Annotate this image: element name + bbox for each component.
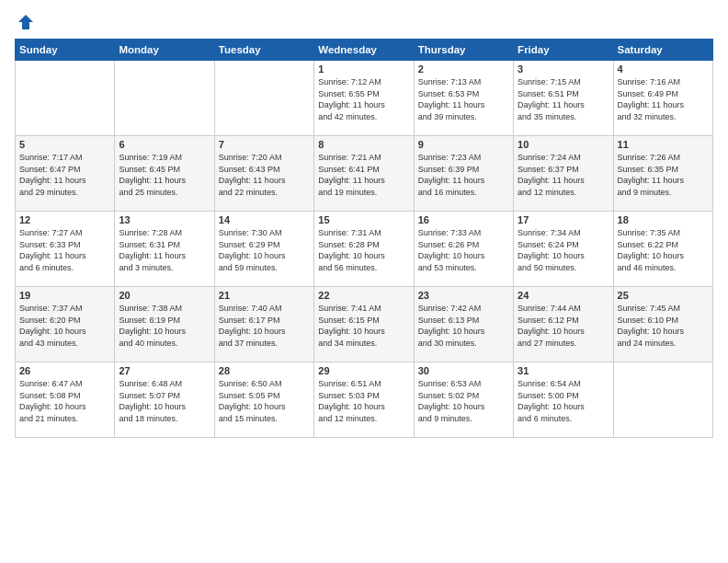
day-info: Sunrise: 7:37 AM Sunset: 6:20 PM Dayligh…: [19, 303, 110, 349]
day-number: 11: [618, 139, 709, 150]
day-number: 24: [518, 290, 609, 301]
week-row-5: 26Sunrise: 6:47 AM Sunset: 5:08 PM Dayli…: [16, 362, 713, 438]
day-number: 7: [219, 139, 310, 150]
day-cell: [16, 61, 115, 136]
header: [15, 13, 713, 31]
day-cell: 23Sunrise: 7:42 AM Sunset: 6:13 PM Dayli…: [414, 287, 513, 362]
day-cell: 11Sunrise: 7:26 AM Sunset: 6:35 PM Dayli…: [613, 136, 712, 212]
page: SundayMondayTuesdayWednesdayThursdayFrid…: [0, 0, 728, 563]
day-number: 25: [618, 290, 709, 301]
day-cell: 17Sunrise: 7:34 AM Sunset: 6:24 PM Dayli…: [514, 212, 613, 287]
weekday-thursday: Thursday: [414, 40, 513, 61]
day-info: Sunrise: 7:41 AM Sunset: 6:15 PM Dayligh…: [318, 303, 409, 349]
day-number: 5: [19, 139, 110, 150]
day-number: 15: [318, 214, 409, 225]
day-info: Sunrise: 6:51 AM Sunset: 5:03 PM Dayligh…: [318, 378, 409, 424]
day-cell: [115, 61, 214, 136]
day-number: 12: [19, 214, 110, 225]
day-number: 23: [418, 290, 509, 301]
day-info: Sunrise: 7:23 AM Sunset: 6:39 PM Dayligh…: [418, 152, 509, 198]
day-cell: 7Sunrise: 7:20 AM Sunset: 6:43 PM Daylig…: [214, 136, 313, 212]
day-cell: 16Sunrise: 7:33 AM Sunset: 6:26 PM Dayli…: [414, 212, 513, 287]
logo-icon: [17, 13, 35, 31]
day-cell: 4Sunrise: 7:16 AM Sunset: 6:49 PM Daylig…: [613, 61, 712, 136]
day-cell: 12Sunrise: 7:27 AM Sunset: 6:33 PM Dayli…: [16, 212, 115, 287]
day-cell: [214, 61, 313, 136]
day-number: 22: [318, 290, 409, 301]
day-info: Sunrise: 7:27 AM Sunset: 6:33 PM Dayligh…: [19, 227, 110, 273]
day-info: Sunrise: 6:50 AM Sunset: 5:05 PM Dayligh…: [219, 378, 310, 424]
day-info: Sunrise: 7:26 AM Sunset: 6:35 PM Dayligh…: [618, 152, 709, 198]
day-number: 9: [418, 139, 509, 150]
day-info: Sunrise: 7:40 AM Sunset: 6:17 PM Dayligh…: [219, 303, 310, 349]
day-cell: 24Sunrise: 7:44 AM Sunset: 6:12 PM Dayli…: [514, 287, 613, 362]
day-number: 17: [518, 214, 609, 225]
day-number: 13: [119, 214, 210, 225]
day-cell: 3Sunrise: 7:15 AM Sunset: 6:51 PM Daylig…: [514, 61, 613, 136]
day-number: 14: [219, 214, 310, 225]
day-cell: 18Sunrise: 7:35 AM Sunset: 6:22 PM Dayli…: [613, 212, 712, 287]
week-row-2: 5Sunrise: 7:17 AM Sunset: 6:47 PM Daylig…: [16, 136, 713, 212]
day-number: 30: [418, 365, 509, 376]
weekday-header-row: SundayMondayTuesdayWednesdayThursdayFrid…: [16, 40, 713, 61]
day-cell: 28Sunrise: 6:50 AM Sunset: 5:05 PM Dayli…: [214, 362, 313, 438]
day-number: 18: [618, 214, 709, 225]
day-number: 20: [119, 290, 210, 301]
day-number: 27: [119, 365, 210, 376]
day-cell: 31Sunrise: 6:54 AM Sunset: 5:00 PM Dayli…: [514, 362, 613, 438]
day-number: 16: [418, 214, 509, 225]
day-info: Sunrise: 7:42 AM Sunset: 6:13 PM Dayligh…: [418, 303, 509, 349]
day-number: 29: [318, 365, 409, 376]
day-cell: [613, 362, 712, 438]
day-info: Sunrise: 7:38 AM Sunset: 6:19 PM Dayligh…: [119, 303, 210, 349]
day-number: 3: [518, 63, 609, 75]
day-info: Sunrise: 7:16 AM Sunset: 6:49 PM Dayligh…: [618, 76, 709, 122]
svg-marker-0: [18, 15, 33, 29]
day-cell: 19Sunrise: 7:37 AM Sunset: 6:20 PM Dayli…: [16, 287, 115, 362]
day-info: Sunrise: 7:13 AM Sunset: 6:53 PM Dayligh…: [418, 76, 509, 122]
day-number: 6: [119, 139, 210, 150]
day-info: Sunrise: 7:44 AM Sunset: 6:12 PM Dayligh…: [518, 303, 609, 349]
day-cell: 22Sunrise: 7:41 AM Sunset: 6:15 PM Dayli…: [314, 287, 414, 362]
day-cell: 15Sunrise: 7:31 AM Sunset: 6:28 PM Dayli…: [314, 212, 414, 287]
weekday-saturday: Saturday: [613, 40, 712, 61]
day-cell: 9Sunrise: 7:23 AM Sunset: 6:39 PM Daylig…: [414, 136, 513, 212]
logo: [15, 13, 35, 31]
day-info: Sunrise: 7:45 AM Sunset: 6:10 PM Dayligh…: [618, 303, 709, 349]
day-cell: 30Sunrise: 6:53 AM Sunset: 5:02 PM Dayli…: [414, 362, 513, 438]
day-cell: 27Sunrise: 6:48 AM Sunset: 5:07 PM Dayli…: [115, 362, 214, 438]
week-row-3: 12Sunrise: 7:27 AM Sunset: 6:33 PM Dayli…: [16, 212, 713, 287]
day-info: Sunrise: 7:34 AM Sunset: 6:24 PM Dayligh…: [518, 227, 609, 273]
day-number: 28: [219, 365, 310, 376]
day-info: Sunrise: 7:31 AM Sunset: 6:28 PM Dayligh…: [318, 227, 409, 273]
day-cell: 14Sunrise: 7:30 AM Sunset: 6:29 PM Dayli…: [214, 212, 313, 287]
day-info: Sunrise: 7:30 AM Sunset: 6:29 PM Dayligh…: [219, 227, 310, 273]
week-row-4: 19Sunrise: 7:37 AM Sunset: 6:20 PM Dayli…: [16, 287, 713, 362]
day-cell: 10Sunrise: 7:24 AM Sunset: 6:37 PM Dayli…: [514, 136, 613, 212]
day-info: Sunrise: 7:20 AM Sunset: 6:43 PM Dayligh…: [219, 152, 310, 198]
calendar: SundayMondayTuesdayWednesdayThursdayFrid…: [15, 39, 713, 438]
day-number: 21: [219, 290, 310, 301]
day-number: 26: [19, 365, 110, 376]
day-cell: 13Sunrise: 7:28 AM Sunset: 6:31 PM Dayli…: [115, 212, 214, 287]
day-cell: 29Sunrise: 6:51 AM Sunset: 5:03 PM Dayli…: [314, 362, 414, 438]
day-cell: 25Sunrise: 7:45 AM Sunset: 6:10 PM Dayli…: [613, 287, 712, 362]
weekday-wednesday: Wednesday: [314, 40, 414, 61]
day-info: Sunrise: 7:33 AM Sunset: 6:26 PM Dayligh…: [418, 227, 509, 273]
day-info: Sunrise: 7:28 AM Sunset: 6:31 PM Dayligh…: [119, 227, 210, 273]
weekday-monday: Monday: [115, 40, 214, 61]
day-cell: 21Sunrise: 7:40 AM Sunset: 6:17 PM Dayli…: [214, 287, 313, 362]
day-info: Sunrise: 7:35 AM Sunset: 6:22 PM Dayligh…: [618, 227, 709, 273]
day-info: Sunrise: 6:53 AM Sunset: 5:02 PM Dayligh…: [418, 378, 509, 424]
day-info: Sunrise: 7:15 AM Sunset: 6:51 PM Dayligh…: [518, 76, 609, 122]
week-row-1: 1Sunrise: 7:12 AM Sunset: 6:55 PM Daylig…: [16, 61, 713, 136]
day-cell: 26Sunrise: 6:47 AM Sunset: 5:08 PM Dayli…: [16, 362, 115, 438]
day-cell: 8Sunrise: 7:21 AM Sunset: 6:41 PM Daylig…: [314, 136, 414, 212]
day-info: Sunrise: 7:12 AM Sunset: 6:55 PM Dayligh…: [318, 76, 409, 122]
day-number: 10: [518, 139, 609, 150]
weekday-friday: Friday: [514, 40, 613, 61]
day-info: Sunrise: 6:54 AM Sunset: 5:00 PM Dayligh…: [518, 378, 609, 424]
weekday-tuesday: Tuesday: [214, 40, 313, 61]
day-cell: 6Sunrise: 7:19 AM Sunset: 6:45 PM Daylig…: [115, 136, 214, 212]
day-cell: 2Sunrise: 7:13 AM Sunset: 6:53 PM Daylig…: [414, 61, 513, 136]
